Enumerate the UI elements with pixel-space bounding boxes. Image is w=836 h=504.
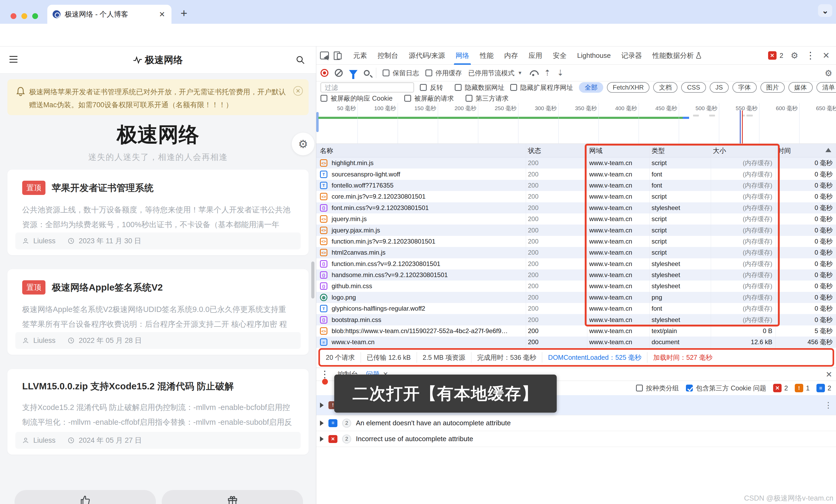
request-row[interactable]: Tsourcesanspro-light.woff200www.v-team.c…: [316, 169, 836, 180]
request-row[interactable]: <>core.min.js?v=9.2.120230801501200www.v…: [316, 191, 836, 202]
tab-close-icon[interactable]: ✕: [158, 10, 166, 19]
filter-pill-字体[interactable]: 字体: [733, 82, 757, 93]
column-header-status[interactable]: 状态: [528, 144, 584, 157]
devtools-tab-控制台[interactable]: 控制台: [372, 46, 403, 65]
filter-pill-全部[interactable]: 全部: [579, 82, 603, 93]
hide-extension-urls-checkbox[interactable]: 隐藏扩展程序网址: [510, 83, 573, 92]
column-header-name[interactable]: 名称: [320, 144, 524, 157]
column-header-type[interactable]: 类型: [651, 144, 707, 157]
post-title[interactable]: 苹果开发者证书管理系统: [52, 182, 153, 194]
column-header-time[interactable]: 时间: [778, 144, 817, 157]
donate-button[interactable]: [162, 490, 303, 504]
request-row[interactable]: {}github.min.css200www.v-team.cnstyleshe…: [316, 280, 836, 292]
issue-row[interactable]: ✕2Incorrect use of autocomplete attribut…: [316, 431, 836, 447]
drawer-close-icon[interactable]: ✕: [826, 370, 832, 379]
browser-tab[interactable]: 极速网络 - 个人博客 ✕: [47, 5, 171, 24]
overview-drag-handle[interactable]: [316, 112, 319, 132]
macos-close-button[interactable]: [11, 13, 16, 19]
devtools-close-icon[interactable]: ✕: [822, 51, 830, 60]
request-row[interactable]: <>jquery.min.js200www.v-team.cnscript(内存…: [316, 213, 836, 225]
network-overview-timeline[interactable]: 50 毫秒100 毫秒150 毫秒200 毫秒250 毫秒300 毫秒350 毫…: [316, 103, 836, 144]
column-header-size[interactable]: 大小: [713, 144, 771, 157]
sort-ascending-icon[interactable]: [825, 148, 831, 152]
invert-filter-checkbox[interactable]: 反转: [420, 83, 443, 92]
throttling-select[interactable]: 已停用节流模式▼: [468, 69, 522, 77]
request-row[interactable]: <>blob:https://www.v-team.cn/11590227-55…: [316, 326, 836, 336]
post-title[interactable]: LLVM15.0.0.zip 支持Xcode15.2 混淆代码 防止破解: [22, 380, 234, 392]
filter-pill-图片[interactable]: 图片: [760, 82, 785, 93]
devtools-tab-网络[interactable]: 网络: [450, 46, 475, 65]
devtools-tab-应用[interactable]: 应用: [523, 46, 548, 65]
issue-row-menu-icon[interactable]: ⋮: [824, 401, 832, 410]
request-row[interactable]: ≡www.v-team.cn200www.v-team.cndocument12…: [316, 336, 836, 348]
filter-pill-清单[interactable]: 清单: [816, 82, 836, 93]
devtools-tab-内存[interactable]: 内存: [499, 46, 523, 65]
devtools-tab-记录器[interactable]: 记录器: [616, 46, 647, 65]
filter-pill-CSS[interactable]: CSS: [681, 82, 706, 93]
devtools-tab-元素[interactable]: 元素: [348, 46, 372, 65]
checkbox-被屏蔽的响应 Cookie[interactable]: 被屏蔽的响应 Cookie: [321, 94, 393, 103]
devtools-tab-安全[interactable]: 安全: [548, 46, 572, 65]
disable-cache-checkbox[interactable]: 停用缓存: [425, 69, 462, 77]
network-search-icon[interactable]: [364, 70, 369, 76]
tab-search-button[interactable]: ⌄: [818, 4, 832, 17]
post-card[interactable]: 置顶极速网络Apple签名系统V2极速网络Apple签名系统V2极速网络UDID…: [7, 269, 309, 355]
network-conditions-icon[interactable]: [529, 70, 538, 76]
request-row[interactable]: {}font.min.css?v=9.2.120230801501200www.…: [316, 202, 836, 213]
filter-icon[interactable]: [349, 70, 358, 76]
filter-pill-Fetch/XHR[interactable]: Fetch/XHR: [607, 82, 649, 93]
preserve-log-checkbox[interactable]: 保留日志: [383, 69, 419, 77]
devtools-tab-Lighthouse[interactable]: Lighthouse: [572, 46, 616, 65]
post-card[interactable]: LLVM15.0.0.zip 支持Xcode15.2 混淆代码 防止破解支持Xc…: [7, 369, 309, 454]
macos-minimize-button[interactable]: [21, 13, 27, 19]
column-header-domain[interactable]: 网域: [589, 144, 646, 157]
devtools-tab-性能数据分析[interactable]: 性能数据分析: [647, 46, 707, 65]
hide-data-urls-checkbox[interactable]: 隐藏数据网址: [455, 83, 505, 92]
settings-fab[interactable]: ⚙: [292, 133, 315, 155]
expand-triangle-icon[interactable]: [320, 437, 324, 442]
request-row[interactable]: {}function.min.css?v=9.2.120230801501200…: [316, 258, 836, 269]
expand-triangle-icon[interactable]: [320, 421, 324, 426]
expand-triangle-icon[interactable]: [320, 403, 324, 408]
filter-input[interactable]: [321, 82, 414, 93]
like-button[interactable]: [15, 490, 156, 504]
request-row[interactable]: Tglyphicons-halflings-regular.woff2200ww…: [316, 303, 836, 314]
devtools-menu-icon[interactable]: ⋮: [805, 50, 815, 61]
request-row[interactable]: <>jquery.pjax.min.js200www.v-team.cnscri…: [316, 225, 836, 236]
overview-request-bar-end: [683, 117, 689, 119]
request-row[interactable]: {}bootstrap.min.css200www.v-team.cnstyle…: [316, 314, 836, 325]
new-tab-button[interactable]: +: [176, 6, 191, 21]
drawer-menu-icon[interactable]: ⋮: [320, 369, 329, 380]
export-har-icon[interactable]: ⇣: [557, 69, 564, 77]
record-network-icon[interactable]: [321, 69, 328, 77]
search-icon[interactable]: [296, 56, 305, 64]
checkbox-第三方请求[interactable]: 第三方请求: [466, 94, 509, 103]
import-har-icon[interactable]: ⇡: [544, 69, 551, 77]
filter-pill-文档[interactable]: 文档: [653, 82, 678, 93]
request-row[interactable]: <>html2canvas.min.js200www.v-team.cnscri…: [316, 247, 836, 258]
post-card[interactable]: 置顶苹果开发者证书管理系统公共池资源上线，数十万设备额度，等待您来使用！苹果个人…: [7, 170, 309, 255]
filter-pill-JS[interactable]: JS: [710, 82, 729, 93]
network-settings-icon[interactable]: ⚙: [825, 68, 832, 78]
checkbox-被屏蔽的请求[interactable]: 被屏蔽的请求: [404, 94, 454, 103]
blog-scrollbar-thumb[interactable]: [311, 261, 315, 298]
inspect-element-icon[interactable]: [320, 52, 329, 59]
devtools-tab-源代码/来源[interactable]: 源代码/来源: [403, 46, 450, 65]
request-row[interactable]: Tfontello.woff?7176355200www.v-team.cnfo…: [316, 180, 836, 191]
group-by-kind-checkbox[interactable]: 按种类分组: [636, 384, 679, 392]
request-row[interactable]: <>function.min.js?v=9.2.120230801501200w…: [316, 236, 836, 247]
devtools-settings-icon[interactable]: ⚙: [791, 51, 798, 60]
macos-zoom-button[interactable]: [32, 13, 38, 19]
include-third-party-checkbox[interactable]: 包含第三方 Cookie 问题: [686, 384, 766, 392]
request-row[interactable]: {}handsome.min.css?v=9.2.120230801501200…: [316, 269, 836, 280]
request-row[interactable]: <>highlight.min.js200www.v-team.cnscript…: [316, 157, 836, 169]
post-title[interactable]: 极速网络Apple签名系统V2: [52, 281, 163, 294]
device-toolbar-icon[interactable]: [334, 52, 342, 59]
devtools-tab-性能[interactable]: 性能: [475, 46, 499, 65]
filter-pill-媒体[interactable]: 媒体: [788, 82, 813, 93]
clear-network-icon[interactable]: [335, 69, 343, 77]
issues-badge-icon[interactable]: ✕: [768, 51, 777, 60]
notice-close-icon[interactable]: ✕: [293, 86, 303, 96]
request-row[interactable]: ◍logo.png200www.v-team.cnpng(内存缓存)0 毫秒: [316, 292, 836, 303]
issue-row[interactable]: ≡2An element doesn't have an autocomplet…: [316, 415, 836, 431]
